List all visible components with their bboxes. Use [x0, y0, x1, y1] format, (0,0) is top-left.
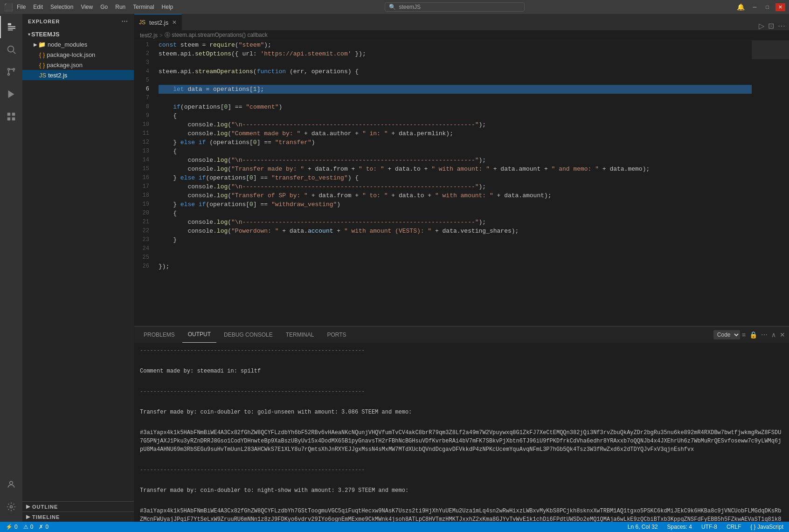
- window-controls: ─ □ ✕: [750, 3, 785, 11]
- token-plain: steem =: [177, 41, 209, 49]
- panel-more-icon[interactable]: ⋯: [761, 331, 768, 339]
- maximize-button[interactable]: □: [763, 3, 772, 11]
- menu-edit[interactable]: Edit: [33, 4, 43, 10]
- panel-list-icon[interactable]: ≡: [742, 331, 746, 339]
- code-line-25: [159, 253, 752, 262]
- title-bar-search[interactable]: 🔍 steemJS: [385, 2, 525, 12]
- status-language[interactable]: { } JavaScript: [748, 522, 785, 532]
- code-content[interactable]: const steem = require("steem");steem.api…: [157, 41, 752, 326]
- breadcrumb-file[interactable]: test2.js: [140, 32, 158, 39]
- menu-go[interactable]: Go: [100, 4, 108, 10]
- token-fn: log: [217, 165, 228, 173]
- menu-terminal[interactable]: Terminal: [133, 4, 154, 10]
- tree-item-package-lock[interactable]: { } package-lock.json: [22, 49, 134, 60]
- title-bar-right: 🔔 ─ □ ✕: [737, 3, 785, 11]
- source-control-activity-icon[interactable]: [0, 61, 22, 83]
- svg-point-7: [8, 74, 10, 76]
- svg-rect-1: [8, 26, 16, 27]
- line-number-7: 7: [134, 94, 153, 103]
- outline-header[interactable]: ▶ OUTLINE: [22, 502, 134, 511]
- token-plain: (operations[: [180, 103, 224, 111]
- timeline-header[interactable]: ▶ TIMELINE: [22, 512, 134, 522]
- editor-more-icon[interactable]: ⋯: [778, 21, 785, 30]
- json-file-icon: { }: [39, 51, 45, 58]
- minimize-button[interactable]: ─: [750, 3, 760, 11]
- token-plain: + data.permlink);: [388, 129, 453, 138]
- menu-file[interactable]: File: [17, 4, 26, 10]
- panel-tab-output[interactable]: OUTPUT: [182, 326, 216, 343]
- token-str: "withdraw_vesting": [271, 200, 337, 209]
- token-str: "comment": [246, 103, 278, 111]
- token-plain: (operations[: [206, 173, 249, 182]
- token-fn: log: [217, 227, 228, 235]
- extensions-activity-icon[interactable]: [0, 105, 22, 128]
- panel-tab-debug-console[interactable]: DEBUG CONSOLE: [218, 326, 278, 343]
- status-bar-right: Ln 6, Col 32 Spaces: 4 UTF-8 CRLF { } Ja…: [626, 522, 785, 532]
- output-text: #3aiYapx4k1k5HAbFNmBiWE4A3Cx82fGhZW8QCYF…: [140, 507, 783, 522]
- token-plain: ];: [257, 85, 264, 94]
- close-button[interactable]: ✕: [775, 3, 785, 11]
- status-eol[interactable]: CRLF: [725, 522, 743, 532]
- tab-bar: JS test2.js ✕ ▷ ⊡ ⋯: [134, 14, 789, 30]
- breadcrumb-callback[interactable]: ⓢ steem.api.streamOperations() callback: [165, 31, 268, 39]
- panel-tab-terminal[interactable]: TERMINAL: [280, 326, 320, 343]
- status-warnings: 0: [30, 524, 34, 530]
- output-dropdown[interactable]: Code: [713, 330, 740, 339]
- chevron-right-timeline-icon: ▶: [26, 514, 30, 520]
- run-file-icon[interactable]: ▷: [759, 21, 764, 30]
- search-activity-icon[interactable]: [0, 38, 22, 61]
- notification-icon[interactable]: 🔔: [737, 3, 745, 11]
- output-spacer: [140, 497, 783, 505]
- code-editor: 1234567891011121314151617181920212223242…: [134, 41, 789, 326]
- tree-item-node-modules[interactable]: ▶ 📁 node_modules: [22, 39, 134, 49]
- status-git[interactable]: ⚡ 0 ⚠ 0 ✗ 0: [4, 522, 50, 532]
- sidebar-title: EXPLORER: [28, 19, 60, 24]
- code-line-6: let data = operations[1];: [159, 85, 752, 94]
- activity-bar-bottom: [0, 473, 22, 522]
- token-plain: +: [333, 227, 344, 235]
- code-line-8: if(operations[0] == "comment"): [159, 103, 752, 111]
- token-str: "Powerdown: ": [231, 227, 278, 235]
- token-kw: if: [173, 103, 180, 111]
- token-plain: ] ==: [228, 103, 246, 111]
- menu-view[interactable]: View: [81, 4, 93, 10]
- panel-close-icon[interactable]: ✕: [780, 331, 785, 339]
- js-file-icon: JS: [39, 72, 46, 79]
- output-divider: ----------------------------------------…: [140, 466, 783, 474]
- activity-bar: [0, 14, 22, 522]
- token-fn: setOptions: [195, 49, 231, 58]
- tree-item-package-json[interactable]: { } package.json: [22, 60, 134, 70]
- token-plain: ({ url:: [231, 49, 260, 58]
- code-line-24: [159, 244, 752, 253]
- panel-tab-ports[interactable]: PORTS: [321, 326, 352, 343]
- output-spacer: [140, 398, 783, 406]
- token-plain: console.: [159, 156, 217, 165]
- token-plain: ): [311, 138, 315, 147]
- line-number-22: 22: [134, 227, 153, 235]
- tab-test2-js[interactable]: JS test2.js ✕: [134, 14, 182, 30]
- git-branch-icon: ⚡: [6, 524, 13, 530]
- token-plain: (: [228, 165, 231, 173]
- status-encoding[interactable]: UTF-8: [699, 522, 719, 532]
- line-number-5: 5: [134, 76, 153, 85]
- run-debug-activity-icon[interactable]: [0, 83, 22, 105]
- chevron-right-outline-icon: ▶: [26, 504, 30, 510]
- account-activity-icon[interactable]: [0, 473, 22, 496]
- menu-help[interactable]: Help: [162, 4, 173, 10]
- panel-lock-icon[interactable]: 🔒: [749, 331, 757, 339]
- token-plain: console.: [159, 227, 217, 235]
- tree-item-test2-js[interactable]: JS test2.js: [22, 70, 134, 80]
- status-spaces[interactable]: Spaces: 4: [665, 522, 694, 532]
- tab-close-button[interactable]: ✕: [172, 19, 177, 26]
- line-number-1: 1: [134, 41, 153, 49]
- menu-selection[interactable]: Selection: [50, 4, 73, 10]
- split-editor-icon[interactable]: ⊡: [768, 21, 774, 30]
- settings-activity-icon[interactable]: [0, 496, 22, 518]
- menu-run[interactable]: Run: [115, 4, 125, 10]
- sidebar-more-icon[interactable]: ⋯: [121, 18, 128, 25]
- panel-tab-problems[interactable]: PROBLEMS: [138, 326, 180, 343]
- tree-item-steemjs[interactable]: ▾ STEEMJS: [22, 29, 134, 39]
- panel-collapse-icon[interactable]: ∧: [771, 331, 776, 339]
- explorer-activity-icon[interactable]: [0, 16, 22, 38]
- status-position[interactable]: Ln 6, Col 32: [626, 522, 660, 532]
